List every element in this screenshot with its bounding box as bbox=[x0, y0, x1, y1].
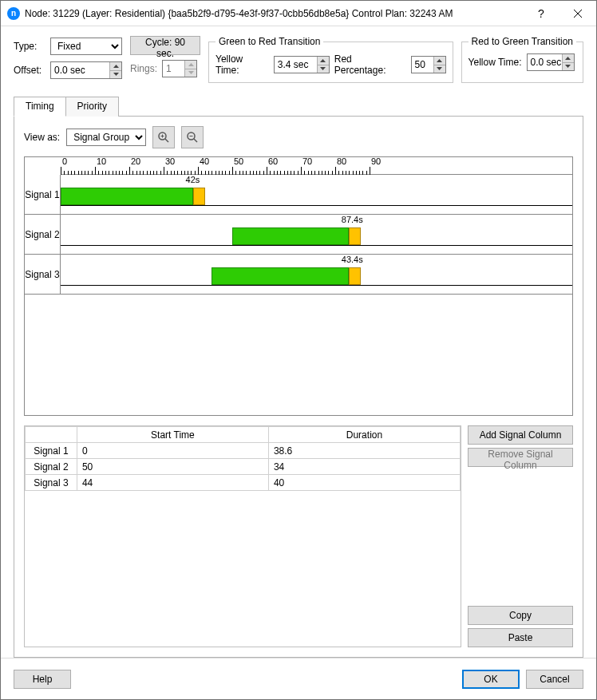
green-to-red-fieldset: Green to Red Transition Yellow Time: Red… bbox=[208, 36, 453, 83]
zoom-in-icon bbox=[157, 131, 170, 144]
cell-duration[interactable]: 40 bbox=[268, 475, 460, 491]
r2g-yellow-label: Yellow Time: bbox=[469, 57, 522, 68]
timeline-ruler: 0102030405060708090 bbox=[61, 157, 572, 175]
offset-label: Offset: bbox=[14, 65, 45, 76]
signal-row: Signal 142s bbox=[25, 175, 572, 215]
signal-track[interactable]: 42s bbox=[61, 175, 572, 214]
tab-priority[interactable]: Priority bbox=[65, 97, 119, 117]
zoom-out-button[interactable] bbox=[181, 126, 204, 148]
add-signal-column-button[interactable]: Add Signal Column bbox=[468, 425, 573, 445]
spin-down-icon bbox=[184, 69, 196, 77]
cycle-rings-col: Cycle: 90 sec. Rings: bbox=[130, 36, 200, 83]
signal-track[interactable]: 43.4s bbox=[61, 255, 572, 294]
svg-line-3 bbox=[165, 139, 168, 142]
cancel-button[interactable]: Cancel bbox=[526, 670, 583, 689]
cell-duration[interactable]: 34 bbox=[268, 459, 460, 475]
dialog-footer: Help OK Cancel bbox=[1, 658, 596, 699]
signal-row-label: Signal 1 bbox=[25, 175, 61, 214]
table-row[interactable]: Signal 34440 bbox=[26, 475, 461, 491]
phase-end-label: 42s bbox=[186, 175, 200, 184]
table-corner bbox=[26, 427, 77, 443]
help-icon: ? bbox=[538, 7, 544, 20]
spin-down-icon[interactable] bbox=[109, 71, 121, 79]
g2r-legend: Green to Red Transition bbox=[215, 36, 323, 47]
signal-row: Signal 343.4s bbox=[25, 255, 572, 295]
paste-button[interactable]: Paste bbox=[468, 628, 573, 647]
close-icon bbox=[574, 10, 582, 18]
table-row[interactable]: Signal 1038.6 bbox=[26, 443, 461, 459]
cell-start[interactable]: 0 bbox=[77, 443, 268, 459]
signal-table[interactable]: Start Time Duration Signal 1038.6Signal … bbox=[24, 425, 461, 647]
titlebar: n Node: 31229 (Layer: Residential) {baa5… bbox=[1, 1, 596, 26]
help-system-button[interactable]: ? bbox=[523, 1, 559, 26]
copy-button[interactable]: Copy bbox=[468, 606, 573, 625]
type-select[interactable]: Fixed bbox=[50, 38, 122, 55]
signal-row-label: Signal 3 bbox=[25, 255, 61, 294]
col-duration-header[interactable]: Duration bbox=[268, 427, 460, 443]
green-phase-bar[interactable] bbox=[212, 267, 349, 285]
signal-timeline-chart: 0102030405060708090 Signal 142sSignal 28… bbox=[24, 156, 573, 416]
help-button[interactable]: Help bbox=[14, 670, 71, 689]
yellow-phase-bar[interactable] bbox=[349, 267, 361, 285]
dialog-body: Type: Fixed Offset: Cycle: 90 sec. Rings… bbox=[1, 26, 596, 658]
svg-line-7 bbox=[194, 139, 197, 142]
green-phase-bar[interactable] bbox=[232, 227, 349, 245]
rings-spinner bbox=[162, 60, 197, 77]
spin-up-icon[interactable] bbox=[109, 62, 121, 71]
tabstrip: Timing Priority bbox=[14, 96, 583, 116]
spin-up-icon[interactable] bbox=[433, 57, 445, 65]
spin-up-icon[interactable] bbox=[317, 57, 329, 65]
r2g-legend: Red to Green Transition bbox=[469, 36, 576, 47]
type-label: Type: bbox=[14, 41, 45, 52]
close-window-button[interactable] bbox=[559, 1, 596, 26]
green-phase-bar[interactable] bbox=[61, 188, 193, 205]
dialog-window: n Node: 31229 (Layer: Residential) {baa5… bbox=[0, 0, 597, 700]
red-to-green-fieldset: Red to Green Transition Yellow Time: bbox=[461, 36, 583, 83]
spin-down-icon[interactable] bbox=[433, 65, 445, 73]
app-icon: n bbox=[7, 7, 20, 20]
view-as-row: View as: Signal Groups bbox=[24, 126, 573, 148]
zoom-out-icon bbox=[186, 131, 199, 144]
timing-panel: View as: Signal Groups 01020304050607080… bbox=[14, 116, 583, 658]
table-row[interactable]: Signal 25034 bbox=[26, 459, 461, 475]
cycle-button[interactable]: Cycle: 90 sec. bbox=[130, 36, 200, 55]
signal-track[interactable]: 87.4s bbox=[61, 215, 572, 254]
left-settings: Type: Fixed Offset: bbox=[14, 36, 122, 83]
window-title: Node: 31229 (Layer: Residential) {baa5b2… bbox=[25, 8, 523, 19]
top-settings-row: Type: Fixed Offset: Cycle: 90 sec. Rings… bbox=[14, 36, 583, 83]
spin-up-icon bbox=[184, 61, 196, 69]
yellow-phase-bar[interactable] bbox=[349, 227, 361, 245]
spin-up-icon[interactable] bbox=[562, 54, 574, 63]
g2r-yellow-spinner[interactable] bbox=[274, 56, 330, 73]
g2r-redpct-label: Red Percentage: bbox=[334, 53, 406, 76]
tab-timing[interactable]: Timing bbox=[14, 97, 66, 117]
rings-label: Rings: bbox=[130, 63, 157, 74]
cell-start[interactable]: 44 bbox=[77, 475, 268, 491]
row-header: Signal 2 bbox=[26, 459, 77, 475]
zoom-in-button[interactable] bbox=[152, 126, 175, 148]
yellow-phase-bar[interactable] bbox=[193, 188, 205, 205]
phase-end-label: 87.4s bbox=[342, 215, 363, 224]
spin-down-icon[interactable] bbox=[562, 63, 574, 71]
signal-row-label: Signal 2 bbox=[25, 215, 61, 254]
row-header: Signal 3 bbox=[26, 475, 77, 491]
r2g-yellow-spinner[interactable] bbox=[527, 53, 575, 71]
row-header: Signal 1 bbox=[26, 443, 77, 459]
offset-spinner[interactable] bbox=[50, 61, 122, 79]
cell-start[interactable]: 50 bbox=[77, 459, 268, 475]
g2r-yellow-label: Yellow Time: bbox=[215, 53, 269, 76]
phase-end-label: 43.4s bbox=[342, 255, 363, 264]
spin-down-icon[interactable] bbox=[317, 65, 329, 73]
col-start-header[interactable]: Start Time bbox=[77, 427, 268, 443]
view-as-label: View as: bbox=[24, 132, 60, 143]
view-as-select[interactable]: Signal Groups bbox=[66, 129, 146, 146]
table-side-buttons: Add Signal Column Remove Signal Column C… bbox=[468, 425, 573, 647]
remove-signal-column-button: Remove Signal Column bbox=[468, 448, 573, 467]
signal-table-section: Start Time Duration Signal 1038.6Signal … bbox=[24, 425, 573, 647]
ok-button[interactable]: OK bbox=[462, 670, 520, 689]
g2r-redpct-spinner[interactable] bbox=[411, 56, 446, 73]
cell-duration[interactable]: 38.6 bbox=[268, 443, 460, 459]
signal-row: Signal 287.4s bbox=[25, 215, 572, 255]
window-controls: ? bbox=[523, 1, 596, 26]
